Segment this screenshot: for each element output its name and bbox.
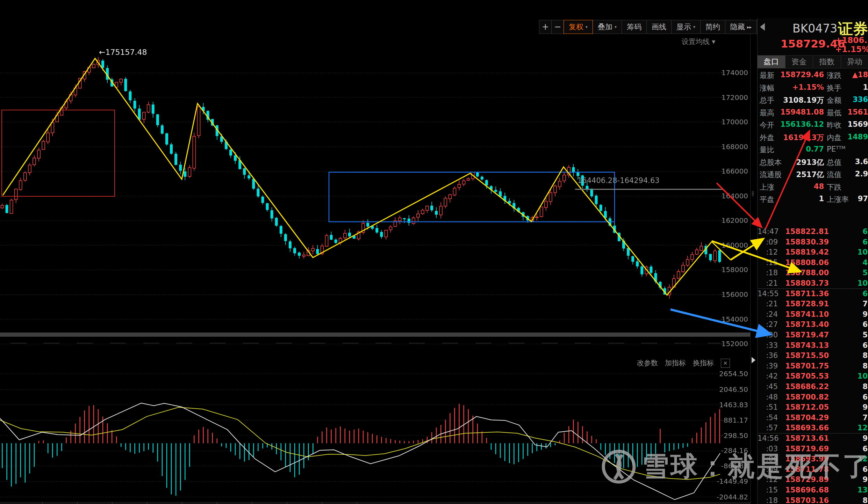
switch-indicator-button[interactable]: 换指标 xyxy=(693,358,714,368)
tick-volume: 5 xyxy=(862,331,868,339)
tick-price: 158788.00 xyxy=(782,269,829,277)
tick-time: :15 xyxy=(758,258,778,267)
tick-volume: 8 xyxy=(862,382,868,391)
stat-value: 1561 xyxy=(848,108,868,116)
tick-time: :12 xyxy=(758,248,778,256)
tab-资金[interactable]: 资金 xyxy=(785,56,813,68)
stat-label: 外盘 xyxy=(760,133,774,143)
tick-row: :15158696.6813 xyxy=(758,486,868,496)
tick-volume: 6 xyxy=(862,341,868,350)
tick-volume: 10 xyxy=(858,248,868,256)
stat-value: 48 xyxy=(776,182,824,191)
stat-value: 2517亿 xyxy=(776,170,824,180)
stats-row: 总股本2913亿总值3.6 xyxy=(758,158,868,168)
stat-label: 内盘 xyxy=(827,133,841,143)
tick-volume: 9 xyxy=(862,434,868,443)
stat-label: PEᵀᵀᴹ xyxy=(827,145,846,153)
stat-label: 换手 xyxy=(827,83,841,93)
stat-value: +1.15% xyxy=(776,83,824,92)
quote-panel: BK0473 证券 158729.46 +1806.5 +1.15% 盘口资金指… xyxy=(757,18,868,504)
stat-label: 金额 xyxy=(827,95,841,105)
stat-label: 量比 xyxy=(760,145,774,155)
tick-price: 158711.36 xyxy=(782,290,829,298)
tick-row: :51158712.059 xyxy=(758,403,868,413)
tick-row: :18158703.168 xyxy=(758,496,868,504)
zoom-out-button[interactable]: − xyxy=(551,20,564,34)
tick-time: :36 xyxy=(758,351,778,360)
stat-label: 流值 xyxy=(827,170,841,180)
stat-value: 156136.12 xyxy=(776,120,824,129)
stat-value: 1 xyxy=(863,83,868,92)
tick-row: :39158701.758 xyxy=(758,362,868,372)
tick-row: 14:56158713.619 xyxy=(758,434,868,444)
stats-row: 今开156136.12昨收1569 xyxy=(758,120,868,131)
stat-label: 涨跌 xyxy=(827,71,841,80)
toolbar-button-显示[interactable]: 显示▾ xyxy=(671,20,701,34)
drag-handle-icon[interactable]: ⠿⠿ xyxy=(752,191,756,199)
toolbar-button-画线[interactable]: 画线 xyxy=(646,20,672,34)
tick-time: :42 xyxy=(758,372,778,380)
stat-value: 1 xyxy=(776,195,824,203)
tick-volume: 4 xyxy=(862,258,868,267)
tick-row: :33158743.136 xyxy=(758,341,868,351)
toolbar-button-简约[interactable]: 简约 xyxy=(700,20,725,34)
add-indicator-button[interactable]: 加指标 xyxy=(665,358,686,368)
close-icon[interactable]: ✕ xyxy=(721,359,730,368)
stat-value: 1489 xyxy=(848,133,868,141)
toolbar-button-筹码[interactable]: 筹码 xyxy=(622,20,647,34)
expand-right-icon[interactable] xyxy=(752,357,755,363)
tick-price: 158741.10 xyxy=(782,310,829,319)
stat-label: 最高 xyxy=(760,108,774,118)
candlestick-macd-chart[interactable] xyxy=(0,0,868,504)
tick-time: :39 xyxy=(758,362,778,370)
tab-指数[interactable]: 指数 xyxy=(813,56,841,68)
tick-time: :24 xyxy=(758,310,778,319)
tick-price: 158701.75 xyxy=(782,362,829,370)
tick-price: 158728.91 xyxy=(782,300,829,308)
stat-value: 1569 xyxy=(848,120,868,129)
tick-row: 14:47158822.816 xyxy=(758,227,868,238)
tick-row: :18158788.005 xyxy=(758,269,868,279)
toolbar-button-叠加[interactable]: 叠加▾ xyxy=(593,20,622,34)
zoom-in-button[interactable]: + xyxy=(539,20,552,34)
stat-label: 最低 xyxy=(827,108,841,118)
tick-time: :18 xyxy=(758,496,778,504)
tick-price: 158713.61 xyxy=(782,434,829,443)
tick-price: 158686.22 xyxy=(782,382,829,391)
stats-row: 上涨48下跌 xyxy=(758,182,868,193)
list-divider xyxy=(759,288,867,289)
tab-盘口[interactable]: 盘口 xyxy=(758,56,785,68)
collapse-panel-icon[interactable] xyxy=(760,23,765,31)
stats-row: 量比0.77PEᵀᵀᴹ xyxy=(758,145,868,155)
ma-setting-dropdown[interactable]: 设置均线 ▾ xyxy=(682,37,748,46)
tick-row: :30158719.475 xyxy=(758,331,868,341)
tick-row: :12158819.4210 xyxy=(758,248,868,258)
stat-label: 最新 xyxy=(760,71,774,80)
toolbar-button-复权[interactable]: 复权▾ xyxy=(564,20,593,34)
tick-volume: 7 xyxy=(862,300,868,308)
stat-label: 上涨 xyxy=(760,182,774,192)
tick-time: 14:47 xyxy=(758,227,778,236)
stat-value: 1619.13万 xyxy=(776,133,824,143)
tick-volume: 6 xyxy=(862,393,868,401)
tick-time: :15 xyxy=(758,486,778,494)
tab-异动[interactable]: 异动 xyxy=(841,56,868,68)
price-change: +1806.5 +1.15% xyxy=(835,36,868,54)
toolbar-button-隐藏[interactable]: 隐藏▸▸ xyxy=(725,20,757,34)
change-params-button[interactable]: 改参数 xyxy=(637,358,658,368)
peak-price-annotation: ←175157.48 xyxy=(99,48,147,57)
tick-price: 158743.13 xyxy=(782,341,829,350)
stock-code: BK0473 xyxy=(792,22,837,35)
tick-price: 158696.68 xyxy=(782,486,829,494)
stat-label: 下跌 xyxy=(827,182,841,192)
tick-row: :15158808.064 xyxy=(758,258,868,269)
tick-volume: 6 xyxy=(862,227,868,236)
tick-row: :54158704.297 xyxy=(758,414,868,424)
tick-row: :27158713.406 xyxy=(758,320,868,330)
tick-price: 158712.05 xyxy=(782,403,829,411)
panel-tabs: 盘口资金指数异动 xyxy=(758,55,868,68)
stat-label: 总手 xyxy=(760,95,774,105)
stat-label: 昨收 xyxy=(827,120,841,130)
tick-row: :09158830.396 xyxy=(758,238,868,248)
tick-price: 158700.82 xyxy=(782,393,829,401)
